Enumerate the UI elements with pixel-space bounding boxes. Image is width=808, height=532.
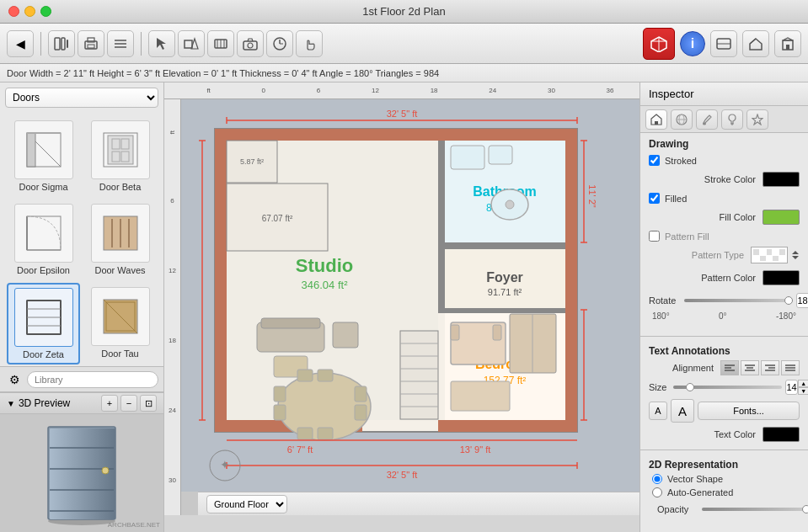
tab-bulb[interactable]	[721, 109, 743, 130]
tab-brush[interactable]	[696, 109, 718, 130]
tool-measure-button[interactable]	[266, 30, 293, 57]
svg-text:5.87 ft²: 5.87 ft²	[240, 157, 264, 166]
floor-plan-canvas[interactable]: Studio 346.04 ft² Bathroom 84.20 ft² Foy…	[181, 99, 639, 515]
tool-hand-button[interactable]	[296, 30, 323, 57]
preview-collapse[interactable]: ▼	[7, 399, 15, 408]
svg-text:91.71 ft²: 91.71 ft²	[488, 287, 522, 297]
opacity-slider[interactable]	[702, 508, 808, 511]
auto-generated-label: Auto-Generated	[667, 487, 733, 497]
align-justify-button[interactable]	[781, 360, 800, 375]
window-controls[interactable]	[8, 6, 51, 17]
align-left-button[interactable]	[720, 360, 739, 375]
zoom-in-button[interactable]: +	[101, 395, 118, 412]
tool-select-button[interactable]	[148, 30, 175, 57]
fill-color-swatch[interactable]	[763, 210, 800, 225]
sidebar-toolbar: ⚙	[0, 366, 163, 391]
tool-shapes-button[interactable]	[178, 30, 205, 57]
build-icon	[213, 37, 228, 51]
font-large-button[interactable]: A	[671, 399, 694, 423]
door-zeta-label: Door Zeta	[23, 349, 64, 359]
door-item-zeta[interactable]: Door Zeta	[7, 283, 80, 364]
align-center-button[interactable]	[741, 360, 759, 375]
svg-rect-107	[489, 146, 512, 164]
svg-text:32' 5" ft: 32' 5" ft	[387, 470, 418, 480]
vector-shape-radio[interactable]	[652, 474, 662, 484]
tool-3d-button[interactable]	[643, 28, 675, 60]
inspector-header: Inspector	[640, 82, 808, 106]
search-input[interactable]	[27, 371, 158, 388]
tab-sphere[interactable]	[671, 109, 693, 130]
floor-plan-area[interactable]: ft 0 6 12 18 24 30 36 ft 6 12 18 24 30	[164, 82, 639, 532]
floor-plan-svg: Studio 346.04 ft² Bathroom 84.20 ft² Foy…	[190, 104, 602, 515]
door-item-epsilon[interactable]: Door Epsilon	[7, 200, 80, 279]
tool-menu-button[interactable]	[107, 30, 134, 57]
view-2d-button[interactable]	[710, 30, 737, 57]
auto-generated-radio[interactable]	[652, 487, 662, 497]
svg-marker-29	[783, 38, 793, 40]
maximize-button[interactable]	[40, 6, 51, 17]
floor-selector[interactable]: Ground Floor First Floor Second Floor	[198, 492, 639, 515]
tool-library-button[interactable]	[48, 30, 75, 57]
close-button[interactable]	[8, 6, 19, 17]
pattern-type-control[interactable]	[751, 247, 788, 263]
svg-rect-104	[297, 428, 313, 439]
pattern-color-swatch[interactable]	[763, 270, 800, 285]
svg-rect-101	[355, 386, 367, 402]
stroke-color-swatch[interactable]	[763, 172, 800, 187]
door-item-sigma[interactable]: Door Sigma	[7, 116, 80, 196]
filled-checkbox[interactable]	[649, 193, 660, 204]
stroked-checkbox[interactable]	[649, 155, 660, 166]
svg-point-152	[703, 122, 706, 125]
svg-rect-96	[333, 322, 358, 348]
preview-controls: + − ⊡	[101, 395, 157, 412]
font-small-button[interactable]: A	[649, 402, 667, 420]
preview-label: 3D Preview	[19, 397, 98, 409]
size-up[interactable]: ▲	[798, 380, 808, 387]
svg-marker-26	[750, 39, 762, 50]
svg-rect-112	[493, 325, 501, 340]
svg-marker-157	[792, 256, 799, 259]
door-item-waves[interactable]: Door Waves	[83, 200, 157, 279]
info-button[interactable]: i	[680, 31, 705, 56]
size-slider[interactable]	[673, 386, 782, 389]
view-2d-icon	[716, 38, 731, 50]
rotate-slider[interactable]	[684, 299, 793, 302]
tab-star[interactable]	[746, 109, 768, 130]
pattern-type-label: Pattern Type	[649, 250, 751, 260]
zoom-fit-button[interactable]: ⊡	[140, 395, 157, 412]
svg-text:13' 9" ft: 13' 9" ft	[460, 444, 491, 455]
door-item-beta[interactable]: Door Beta	[83, 116, 157, 196]
zoom-out-button[interactable]: −	[120, 395, 137, 412]
view-house-button[interactable]	[742, 30, 769, 57]
auto-generated-option: Auto-Generated	[640, 487, 808, 497]
size-down[interactable]: ▼	[798, 387, 808, 395]
align-right-button[interactable]	[761, 360, 779, 375]
tool-build-button[interactable]	[207, 30, 234, 57]
pattern-fill-checkbox[interactable]	[649, 231, 660, 242]
view-3d-button[interactable]	[774, 30, 801, 57]
svg-rect-88	[438, 308, 565, 313]
alignment-label: Alignment	[649, 363, 720, 373]
door-item-tau[interactable]: Door Tau	[83, 283, 157, 364]
settings-button[interactable]: ⚙	[5, 370, 24, 389]
size-row: Size 14 ▲ ▼	[640, 380, 808, 395]
category-dropdown-container[interactable]: Doors Windows Walls Stairs	[5, 88, 158, 108]
separator-2	[141, 32, 142, 56]
tool-print-button[interactable]	[78, 30, 104, 57]
back-button[interactable]: ◀	[7, 30, 34, 57]
tool-camera-button[interactable]	[237, 30, 264, 57]
svg-rect-98	[297, 370, 313, 381]
category-dropdown[interactable]: Doors Windows Walls Stairs	[5, 88, 158, 108]
pattern-type-arrow	[791, 250, 800, 260]
svg-text:✦: ✦	[220, 458, 230, 471]
opacity-row: Opacity	[649, 504, 800, 514]
minimize-button[interactable]	[24, 6, 35, 17]
tab-house[interactable]	[645, 109, 667, 130]
floor-select[interactable]: Ground Floor First Floor Second Floor	[206, 495, 287, 513]
text-color-swatch[interactable]	[763, 427, 800, 442]
door-grid: Door Sigma Door Beta	[0, 113, 163, 366]
svg-point-109	[506, 200, 514, 209]
fonts-button[interactable]: Fonts...	[698, 402, 800, 420]
vector-shape-label: Vector Shape	[667, 474, 723, 484]
ruler-top: ft 0 6 12 18 24 30 36	[164, 82, 639, 99]
